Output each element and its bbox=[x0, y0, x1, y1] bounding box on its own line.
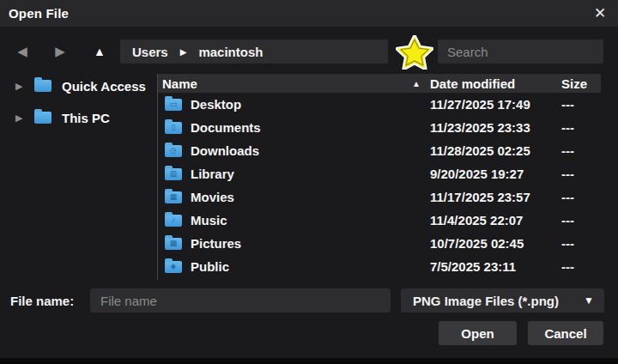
file-row[interactable]: ▭ Desktop 11/27/2025 17:49 --- bbox=[158, 93, 601, 116]
file-date-modified: 7/5/2025 23:11 bbox=[427, 259, 557, 274]
file-row[interactable]: ▥ Library 9/20/2025 19:27 --- bbox=[158, 162, 601, 185]
file-name-cell: ▩ Pictures bbox=[158, 236, 427, 251]
breadcrumb-segment-users[interactable]: Users bbox=[132, 45, 168, 59]
sidebar-item[interactable]: ▶ This PC bbox=[0, 106, 156, 129]
file-row[interactable]: ▩ Pictures 10/7/2025 02:45 --- bbox=[158, 232, 601, 255]
open-button[interactable]: Open bbox=[439, 321, 517, 345]
file-size: --- bbox=[557, 97, 601, 112]
folder-glyph-icon: ▯ bbox=[165, 122, 182, 134]
file-name: Library bbox=[191, 167, 234, 181]
file-date-modified: 11/27/2025 17:49 bbox=[427, 97, 557, 112]
folder-glyph-icon: ▥ bbox=[165, 168, 182, 180]
folder-icon: ◷ bbox=[165, 145, 182, 157]
file-rows: ▭ Desktop 11/27/2025 17:49 --- ▯ Documen… bbox=[158, 93, 601, 278]
open-file-dialog: Open File ✕ ◀ ▶ ▲ Users ▶ macintosh ▶ Qu… bbox=[0, 0, 618, 364]
breadcrumb-separator-icon: ▶ bbox=[180, 47, 187, 57]
file-size: --- bbox=[557, 236, 601, 251]
search-input[interactable] bbox=[438, 39, 603, 64]
dialog-title: Open File bbox=[9, 6, 69, 21]
file-date-modified: 11/28/2025 02:25 bbox=[427, 143, 557, 158]
window-bottom-edge bbox=[0, 358, 618, 364]
folder-icon bbox=[34, 112, 52, 124]
sidebar-item-label: This PC bbox=[62, 111, 110, 125]
up-icon: ▲ bbox=[94, 45, 106, 58]
file-name-cell: ▥ Library bbox=[158, 167, 427, 181]
folder-glyph-icon: ▦ bbox=[165, 191, 182, 203]
file-date-modified: 9/20/2025 19:27 bbox=[427, 167, 557, 181]
folder-glyph-icon: ◷ bbox=[165, 145, 182, 157]
file-name-cell: ▯ Documents bbox=[158, 120, 427, 135]
file-name-label: File name: bbox=[10, 288, 74, 312]
file-row[interactable]: ▯ Documents 11/23/2025 23:33 --- bbox=[158, 116, 601, 139]
expand-chevron-icon[interactable]: ▶ bbox=[15, 112, 26, 124]
file-size: --- bbox=[557, 120, 601, 135]
folder-icon: ▦ bbox=[165, 191, 182, 203]
file-name: Downloads bbox=[191, 143, 259, 158]
file-size: --- bbox=[557, 190, 601, 204]
file-name-cell: ◷ Downloads bbox=[158, 143, 427, 158]
folder-glyph-icon: ◈ bbox=[165, 261, 182, 273]
column-header-date-modified[interactable]: Date modified bbox=[427, 76, 557, 91]
file-name-cell: ◈ Public bbox=[158, 259, 427, 274]
sort-ascending-icon: ▲ bbox=[412, 79, 421, 88]
file-type-dropdown[interactable]: PNG Image Files (*.png) ▼ bbox=[401, 288, 604, 312]
forward-icon: ▶ bbox=[55, 44, 65, 59]
chevron-down-icon: ▼ bbox=[584, 294, 594, 306]
folder-icon: ▭ bbox=[165, 99, 182, 111]
file-name: Documents bbox=[191, 120, 261, 135]
column-header-size[interactable]: Size bbox=[557, 76, 601, 91]
column-header-name[interactable]: Name ▲ bbox=[158, 74, 427, 93]
sidebar-item[interactable]: ▶ Quick Access bbox=[0, 75, 156, 97]
file-type-selected: PNG Image Files (*.png) bbox=[413, 294, 559, 308]
file-name: Desktop bbox=[191, 97, 241, 112]
sidebar-tree: ▶ Quick Access ▶ This PC bbox=[0, 75, 156, 138]
breadcrumb-segment-macintosh[interactable]: macintosh bbox=[198, 45, 263, 59]
back-button[interactable]: ◀ bbox=[11, 39, 33, 64]
file-row[interactable]: ◈ Public 7/5/2025 23:11 --- bbox=[158, 255, 601, 278]
file-row[interactable]: ♪ Music 11/4/2025 22:07 --- bbox=[158, 209, 601, 232]
breadcrumb[interactable]: Users ▶ macintosh bbox=[120, 39, 388, 64]
cancel-button[interactable]: Cancel bbox=[528, 321, 603, 345]
file-date-modified: 11/4/2025 22:07 bbox=[427, 213, 557, 228]
folder-icon: ▥ bbox=[165, 168, 182, 180]
file-name: Public bbox=[191, 259, 229, 274]
file-size: --- bbox=[557, 143, 601, 158]
file-date-modified: 11/23/2025 23:33 bbox=[427, 120, 557, 135]
file-date-modified: 10/7/2025 02:45 bbox=[427, 236, 557, 251]
sidebar-item-label: Quick Access bbox=[62, 79, 146, 94]
folder-glyph-icon: ▭ bbox=[165, 99, 182, 111]
file-size: --- bbox=[557, 259, 601, 274]
file-list-header: Name ▲ Date modified Size bbox=[158, 74, 601, 93]
back-icon: ◀ bbox=[17, 44, 27, 59]
file-name-cell: ▦ Movies bbox=[158, 190, 427, 204]
expand-chevron-icon[interactable]: ▶ bbox=[15, 81, 26, 92]
file-row[interactable]: ◷ Downloads 11/28/2025 02:25 --- bbox=[158, 139, 601, 162]
file-name-cell: ▭ Desktop bbox=[158, 97, 427, 112]
file-name-cell: ♪ Music bbox=[158, 213, 427, 228]
folder-icon bbox=[34, 80, 52, 92]
file-name: Pictures bbox=[191, 236, 241, 251]
forward-button[interactable]: ▶ bbox=[49, 39, 71, 64]
titlebar: Open File ✕ bbox=[0, 0, 618, 27]
folder-icon: ◈ bbox=[165, 261, 182, 273]
folder-icon: ♪ bbox=[165, 215, 182, 227]
favorite-star-icon[interactable] bbox=[396, 35, 433, 70]
file-row[interactable]: ▦ Movies 11/17/2025 23:57 --- bbox=[158, 185, 601, 209]
file-size: --- bbox=[557, 213, 601, 228]
close-icon[interactable]: ✕ bbox=[587, 0, 613, 27]
up-button[interactable]: ▲ bbox=[88, 39, 111, 64]
folder-glyph-icon: ♪ bbox=[165, 215, 182, 227]
folder-glyph-icon: ▩ bbox=[165, 238, 182, 250]
file-date-modified: 11/17/2025 23:57 bbox=[427, 190, 557, 204]
file-name: Music bbox=[191, 213, 227, 228]
file-name: Movies bbox=[191, 190, 234, 204]
file-name-input[interactable] bbox=[90, 288, 391, 312]
file-size: --- bbox=[557, 167, 601, 181]
folder-icon: ▯ bbox=[165, 122, 182, 134]
folder-icon: ▩ bbox=[165, 238, 182, 250]
